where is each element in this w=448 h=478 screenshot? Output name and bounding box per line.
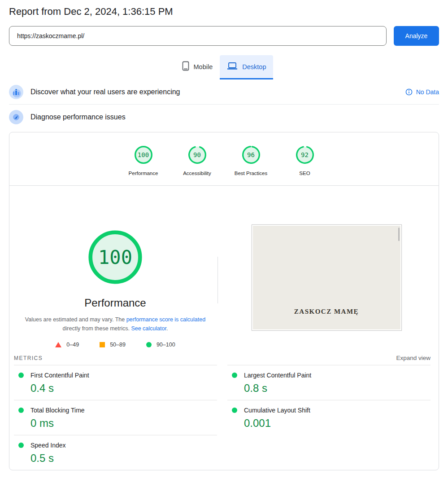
diagnose-compass-icon [9,110,23,124]
device-tabs: Mobile Desktop [9,55,439,79]
lab-section-title: Diagnose performance issues [30,113,439,121]
score-range-legend: 0–49 50–89 90–100 [13,342,217,348]
metrics-right-column: Largest Contentful Paint 0.8 s Cumulativ… [227,365,431,470]
pass-dot-icon [232,408,237,413]
pass-dot-icon [18,373,24,378]
performance-ring-gauge: 100 [134,145,153,165]
fail-triangle-icon [55,342,61,347]
legend-average: 50–89 [100,342,126,348]
performance-score-value: 100 [88,230,143,285]
metric-value: 0.001 [244,417,431,430]
tab-mobile-label: Mobile [194,63,213,70]
metric-value: 0 ms [30,417,217,430]
metrics-title: METRICS [14,355,43,361]
screenshot-site-text: ZASKOCZ MAMĘ [253,308,400,316]
metrics-grid: First Contentful Paint 0.4 s Total Block… [9,365,439,470]
url-search-row: Analyze [9,26,439,46]
pagespeed-report-page: Report from Dec 2, 2024, 1:36:15 PM Anal… [0,6,448,470]
no-data-link[interactable]: No Data [405,88,439,96]
desktop-laptop-icon [227,62,238,71]
no-data-label: No Data [416,88,439,96]
analyze-button[interactable]: Analyze [394,26,439,46]
tab-desktop-label: Desktop [242,63,266,70]
legend-fail: 0–49 [55,342,79,348]
pass-dot-icon [18,408,24,413]
page-screenshot-thumbnail: ZASKOCZ MAMĘ [252,224,402,331]
pass-circle-icon [146,342,152,347]
pass-dot-icon [232,373,237,378]
best-practices-ring-gauge: 96 [241,145,261,165]
metric-speed-index: Speed Index 0.5 s [14,435,217,470]
field-data-section-title: Discover what your real users are experi… [30,88,405,96]
pass-dot-icon [18,443,24,448]
accessibility-ring-gauge: 90 [187,145,207,165]
metrics-header-bar: METRICS Expand view [9,355,439,361]
page-screenshot-content: ZASKOCZ MAMĘ [253,226,400,329]
tab-mobile[interactable]: Mobile [175,55,220,79]
category-scores-row: 100 Performance 90 Accessibility [9,132,439,185]
metrics-left-column: First Contentful Paint 0.4 s Total Block… [14,365,217,470]
mobile-phone-icon [182,61,189,72]
score-seo[interactable]: 92 SEO [278,145,332,176]
score-best-practices[interactable]: 96 Best Practices [224,145,278,176]
performance-main-gauge: 100 [88,230,143,285]
lighthouse-report-card: 100 Performance 90 Accessibility [9,132,439,470]
legend-pass: 90–100 [146,342,175,348]
info-icon [405,88,413,96]
page-title: Report from Dec 2, 2024, 1:36:15 PM [9,6,439,18]
performance-gauge-title: Performance [13,297,217,309]
field-data-section-row: Discover what your real users are experi… [9,79,439,105]
see-calculator-link[interactable]: See calculator [131,325,166,332]
metric-total-blocking-time: Total Blocking Time 0 ms [14,400,217,435]
tab-desktop[interactable]: Desktop [220,55,273,79]
score-performance[interactable]: 100 Performance [117,145,170,176]
average-square-icon [100,342,105,347]
real-users-icon [9,85,23,99]
metric-cumulative-layout-shift: Cumulative Layout Shift 0.001 [227,400,431,435]
metric-largest-contentful-paint: Largest Contentful Paint 0.8 s [227,365,431,400]
performance-detail-area: 100 Performance Values are estimated and… [9,186,439,348]
thumbnail-scrollbar [398,228,400,241]
url-input[interactable] [9,26,387,46]
metric-value: 0.8 s [244,382,431,395]
metric-value: 0.5 s [30,452,217,465]
performance-gauge-column: 100 Performance Values are estimated and… [13,186,217,348]
lab-data-section-row: Diagnose performance issues [9,105,439,130]
score-calc-link[interactable]: performance score is calculated [126,316,205,323]
seo-ring-gauge: 92 [295,145,315,165]
expand-view-button[interactable]: Expand view [396,355,431,361]
score-accessibility[interactable]: 90 Accessibility [170,145,224,176]
screenshot-column: ZASKOCZ MAMĘ [218,186,435,348]
score-disclaimer: Values are estimated and may vary. The p… [18,315,212,333]
metric-first-contentful-paint: First Contentful Paint 0.4 s [14,365,217,400]
metric-value: 0.4 s [30,382,217,395]
